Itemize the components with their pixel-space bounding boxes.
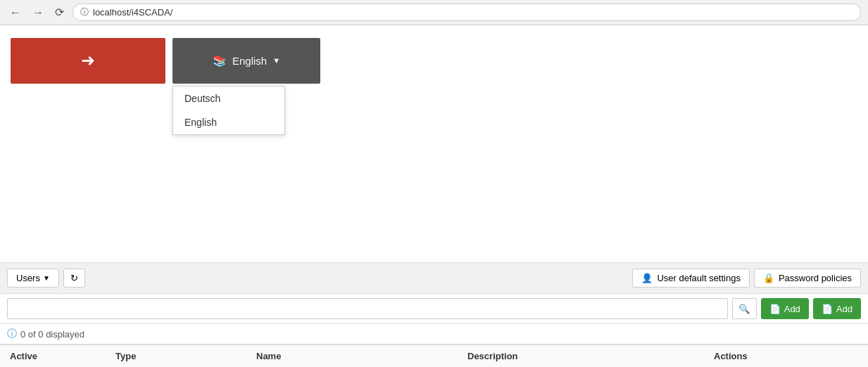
users-caret-icon: ▼ <box>43 274 50 282</box>
reload-button[interactable]: ⟳ <box>52 4 67 20</box>
back-button[interactable]: ← <box>7 5 24 20</box>
lock-icon: 🔒 <box>763 273 774 283</box>
url-text: localhost/i4SCADA/ <box>93 7 172 18</box>
language-option-deutsch[interactable]: Deutsch <box>173 86 284 110</box>
language-dropdown-menu: Deutsch English <box>172 86 285 135</box>
bottom-panel: Users ▼ ↻ 👤 User default settings 🔒 Pass… <box>0 262 868 367</box>
password-policies-button[interactable]: 🔒 Password policies <box>754 269 861 288</box>
language-option-english[interactable]: English <box>173 110 284 134</box>
add-label-1: Add <box>784 304 800 314</box>
user-default-settings-label: User default settings <box>657 273 741 283</box>
add-icon-1: 📄 <box>769 304 781 314</box>
col-actions: Actions <box>711 351 861 361</box>
search-button[interactable]: 🔍 <box>732 298 757 319</box>
settings-icon: 👤 <box>641 273 653 283</box>
top-nav: ➜ 📚 English ▼ Deutsch English <box>0 25 868 96</box>
language-button[interactable]: 📚 English ▼ <box>172 38 320 84</box>
toolbar-right: 👤 User default settings 🔒 Password polic… <box>632 269 861 288</box>
lock-icon: ⓘ <box>80 6 89 18</box>
search-row: 🔍 📄 Add 📄 Add <box>0 294 868 324</box>
col-type: Type <box>113 351 253 361</box>
book-icon: 📚 <box>213 54 227 67</box>
browser-chrome: ← → ⟳ ⓘ localhost/i4SCADA/ <box>0 0 868 25</box>
caret-down-icon: ▼ <box>272 56 280 65</box>
add-button-1[interactable]: 📄 Add <box>761 298 809 319</box>
login-button[interactable]: ➜ <box>11 38 165 84</box>
search-input[interactable] <box>7 298 728 319</box>
forward-button[interactable]: → <box>30 5 46 20</box>
users-dropdown-button[interactable]: Users ▼ <box>7 269 59 288</box>
toolbar: Users ▼ ↻ 👤 User default settings 🔒 Pass… <box>0 263 868 294</box>
add-label-2: Add <box>836 304 853 314</box>
password-policies-label: Password policies <box>779 273 852 283</box>
count-row: ⓘ 0 of 0 displayed <box>0 324 868 345</box>
col-name: Name <box>253 351 465 361</box>
add-icon-2: 📄 <box>822 304 833 314</box>
search-icon: 🔍 <box>738 304 750 314</box>
user-default-settings-button[interactable]: 👤 User default settings <box>632 269 750 288</box>
login-icon: ➜ <box>81 51 95 70</box>
table-header: Active Type Name Description Actions <box>0 345 868 367</box>
info-icon: ⓘ <box>7 328 17 340</box>
page-content: ➜ 📚 English ▼ Deutsch English Users ▼ <box>0 25 868 367</box>
col-description: Description <box>465 351 711 361</box>
address-bar[interactable]: ⓘ localhost/i4SCADA/ <box>73 4 861 21</box>
refresh-icon: ↻ <box>70 273 78 283</box>
col-active: Active <box>7 351 113 361</box>
count-text: 0 of 0 displayed <box>20 329 84 340</box>
language-label: English <box>232 55 267 67</box>
refresh-button[interactable]: ↻ <box>63 269 85 288</box>
add-button-2[interactable]: 📄 Add <box>813 298 861 319</box>
language-dropdown-wrapper: 📚 English ▼ Deutsch English <box>172 38 320 84</box>
users-label: Users <box>16 273 40 283</box>
